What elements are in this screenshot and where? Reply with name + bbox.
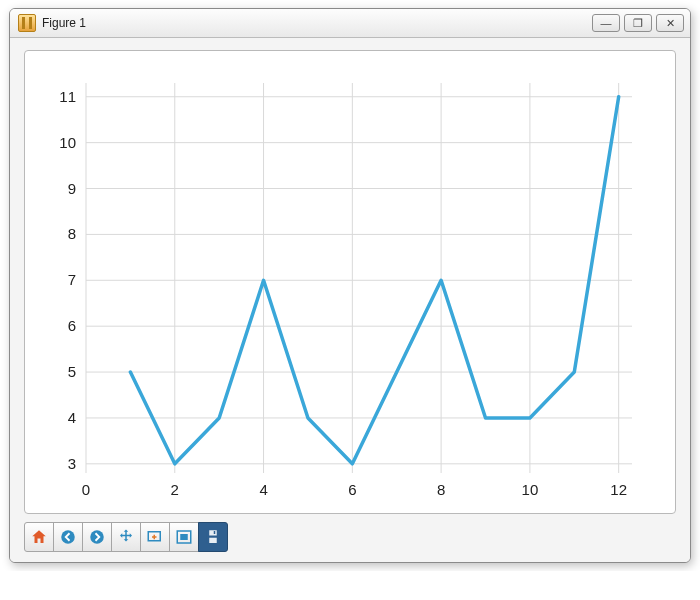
chart-area: 02468101234567891011 [35,71,651,501]
svg-point-16 [61,530,75,544]
home-icon [30,528,48,546]
y-tick-label: 6 [68,317,76,334]
subplots-config-button[interactable] [169,522,199,552]
maximize-icon: ❐ [633,18,643,29]
subplots-icon [175,528,193,546]
close-icon: ✕ [666,18,675,29]
window-title: Figure 1 [42,16,86,30]
forward-button[interactable] [82,522,112,552]
arrow-right-icon [88,528,106,546]
x-tick-label: 8 [437,481,445,498]
y-tick-label: 11 [59,88,76,105]
y-tick-label: 8 [68,225,76,242]
pan-button[interactable] [111,522,141,552]
move-icon [117,528,135,546]
zoom-button[interactable] [140,522,170,552]
home-button[interactable] [24,522,54,552]
save-icon [204,528,222,546]
svg-rect-20 [180,534,188,540]
y-tick-label: 10 [59,134,76,151]
arrow-left-icon [59,528,77,546]
y-tick-label: 9 [68,180,76,197]
y-tick-label: 3 [68,455,76,472]
x-tick-label: 4 [259,481,267,498]
maximize-button[interactable]: ❐ [624,14,652,32]
x-tick-label: 6 [348,481,356,498]
line-chart: 02468101234567891011 [35,71,651,501]
title-bar: Figure 1 — ❐ ✕ [10,9,690,38]
svg-rect-22 [209,530,217,535]
x-tick-label: 2 [171,481,179,498]
minimize-button[interactable]: — [592,14,620,32]
navigation-toolbar [24,522,676,552]
svg-rect-23 [209,538,217,543]
zoom-rect-icon [146,528,164,546]
chart-frame: 02468101234567891011 [24,50,676,514]
x-tick-label: 0 [82,481,90,498]
minimize-icon: — [601,18,612,29]
window-controls: — ❐ ✕ [592,14,684,32]
save-button[interactable] [198,522,228,552]
svg-point-17 [90,530,104,544]
y-tick-label: 5 [68,363,76,380]
x-tick-label: 10 [522,481,539,498]
close-button[interactable]: ✕ [656,14,684,32]
figure-window: Figure 1 — ❐ ✕ 02468101234567891011 [9,8,691,563]
svg-rect-24 [214,531,216,534]
back-button[interactable] [53,522,83,552]
y-tick-label: 4 [68,409,76,426]
app-icon [18,14,36,32]
y-tick-label: 7 [68,271,76,288]
client-area: 02468101234567891011 [10,38,690,562]
x-tick-label: 12 [610,481,627,498]
